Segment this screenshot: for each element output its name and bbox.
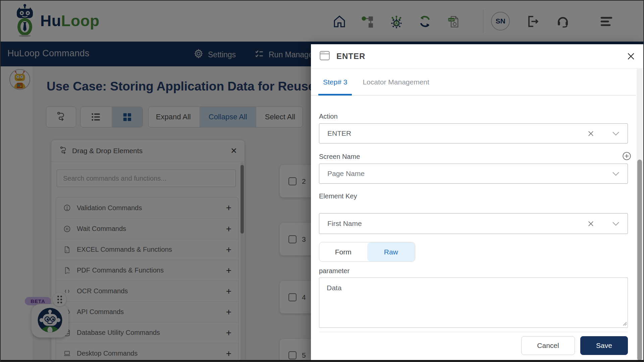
- action-value: ENTER: [327, 129, 351, 137]
- element-key-label: Element Key: [319, 192, 357, 200]
- footer-divider: [319, 332, 628, 332]
- action-select[interactable]: ENTER: [319, 123, 628, 143]
- tab-locator-management[interactable]: Locator Management: [358, 69, 434, 95]
- drawer-tabs: Step# 3 Locator Management: [311, 69, 636, 96]
- drawer-header: ENTER: [311, 44, 644, 69]
- screen-name-value: Page Name: [327, 170, 365, 178]
- save-button[interactable]: Save: [580, 336, 628, 355]
- element-key-select[interactable]: First Name: [319, 213, 628, 234]
- element-key-value: First Name: [327, 220, 362, 228]
- drawer-title: ENTER: [336, 52, 625, 61]
- drawer-scrollbar[interactable]: [637, 69, 643, 362]
- window-frame-bottom: [1, 360, 644, 362]
- action-label: Action: [319, 113, 338, 120]
- step-editor-drawer: ENTER Step# 3 Locator Management Action …: [311, 44, 644, 362]
- chevron-down-icon[interactable]: [612, 131, 620, 136]
- clear-icon[interactable]: [588, 221, 594, 227]
- cancel-button[interactable]: Cancel: [521, 336, 575, 355]
- chevron-down-icon[interactable]: [612, 172, 620, 176]
- form-mode-button[interactable]: Form: [319, 242, 367, 261]
- screen-name-label: Screen Name: [319, 153, 360, 161]
- window-keyboard-icon: [319, 50, 330, 63]
- add-screen-icon[interactable]: [622, 152, 631, 161]
- screen-name-select[interactable]: Page Name: [319, 164, 628, 184]
- chevron-down-icon[interactable]: [612, 222, 620, 226]
- clear-icon[interactable]: [588, 130, 594, 137]
- application-window: HuLoop: [0, 0, 644, 362]
- tab-step[interactable]: Step# 3: [318, 69, 352, 95]
- parameter-textarea[interactable]: Data: [319, 278, 628, 328]
- close-icon[interactable]: [625, 51, 637, 62]
- drawer-scrollbar-thumb[interactable]: [637, 160, 642, 361]
- parameter-label: parameter: [319, 267, 350, 275]
- input-mode-toggle: Form Raw: [319, 242, 415, 262]
- raw-mode-button[interactable]: Raw: [367, 242, 415, 261]
